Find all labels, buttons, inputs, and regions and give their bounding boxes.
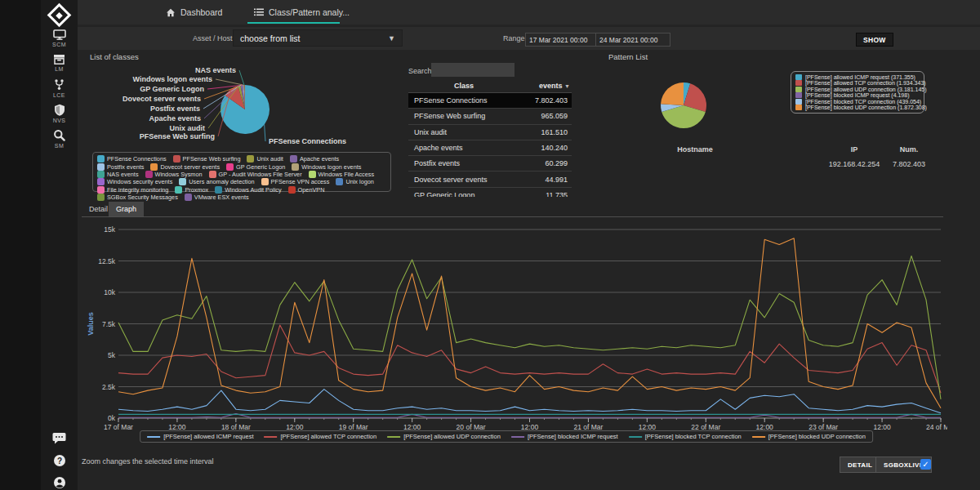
legend-swatch [336, 178, 343, 185]
table-row-unix-audit[interactable]: Unix audit161.510 [408, 125, 572, 140]
legend-item-sgbox-security-messages[interactable]: SGBox Security Messages [97, 194, 178, 201]
hostname-header: Hostname [677, 145, 713, 154]
legend-item-windows-sysmon[interactable]: Windows Sysmon [145, 171, 203, 178]
sidebar-label-nvs: NVS [41, 118, 78, 123]
legend-item-windows-file-access[interactable]: Windows File Access [309, 171, 375, 178]
table-row-gp-generic-logon[interactable]: GP Generic Logon11.735 [408, 188, 572, 197]
sort-desc-icon: ▼ [564, 83, 570, 89]
chat-button[interactable] [41, 432, 78, 448]
legend-item-users-anomaly-detection[interactable]: Users anomaly detection [179, 178, 254, 185]
legend-swatch [226, 163, 234, 171]
pie-slice-pfsense-blocked-udp-connection[interactable] [661, 82, 684, 105]
legend-item-nas-events[interactable]: NAS events [97, 171, 139, 178]
series-pfsense-allowed-icmp-request[interactable] [118, 390, 941, 413]
legend-item-vmware-esx-events[interactable]: VMware ESX events [185, 194, 249, 201]
left-strip [0, 0, 41, 490]
nav-tab-class-pattern-label: Class/Pattern analy... [269, 7, 350, 17]
search-input[interactable] [431, 63, 514, 77]
sgbox-logo-icon[interactable] [41, 3, 78, 26]
legend-item-unix-logon[interactable]: Unix logon [336, 178, 373, 185]
legend-item-openvpn[interactable]: OpenVPN [288, 186, 325, 194]
series-pfsense-blocked-udp-connection[interactable] [118, 238, 941, 408]
app-window: SCM LM LCE NVS SM ? Dashb [0, 0, 980, 490]
legend-line-swatch [752, 436, 765, 438]
legend-item-pfsense-vpn-access[interactable]: PFSense VPN access [261, 178, 330, 185]
legend-label: [PFSense] allowed UDP connection [403, 433, 501, 440]
y-tick-label: 7.5k [102, 320, 116, 328]
timeseries-legend-item-pfsense-blocked-tcp-connection[interactable]: [PFSense] blocked TCP connection [629, 433, 742, 440]
range-from-input[interactable] [525, 33, 597, 47]
legend-item-dovecot-server-events[interactable]: Dovecot server events [150, 163, 220, 170]
timeseries-legend-item-pfsense-blocked-udp-connection[interactable]: [PFSense] blocked UDP connection [752, 433, 866, 440]
column-class[interactable]: Class [408, 82, 519, 90]
legend-line-swatch [629, 436, 642, 438]
classes-table: Class events ▼ PFSense Connections7.802.… [408, 78, 572, 197]
range-to-input[interactable] [595, 33, 670, 47]
account-button[interactable] [41, 476, 78, 490]
sidebar-item-lm[interactable]: LM [41, 54, 78, 72]
pattern-legend-item-pfsense-blocked-udp-connection[interactable]: [PFSense] blocked UDP connection (1.872.… [795, 105, 920, 110]
nav-tab-class-pattern[interactable]: Class/Pattern analy... [254, 0, 350, 24]
timeseries-legend-item-pfsense-allowed-udp-connection[interactable]: [PFSense] allowed UDP connection [387, 433, 501, 440]
show-button[interactable]: SHOW [856, 33, 893, 47]
pattern-legend-item-pfsense-blocked-tcp-connection[interactable]: [PFSense] blocked TCP connection (439.05… [795, 99, 920, 105]
table-row-pfsense-connections[interactable]: PFSense Connections7.802.403 [408, 93, 572, 109]
legend-swatch [795, 99, 802, 105]
table-row-dovecot-server-events[interactable]: Dovecot server events44.991 [408, 172, 572, 187]
timeseries-chart[interactable]: 0k2.5k5k7.5k10k12.5k15kValues17 of Mar12… [82, 220, 947, 439]
pattern-legend-item-pfsense-allowed-icmp-request[interactable]: [PFSense] allowed ICMP request (371.355) [795, 74, 920, 80]
sidebar-item-lce[interactable]: LCE [41, 78, 78, 98]
legend-label: OpenVPN [298, 186, 325, 194]
help-button[interactable]: ? [41, 454, 78, 470]
legend-swatch [292, 163, 299, 171]
legend-item-apache-events[interactable]: Apache events [290, 155, 339, 163]
legend-item-gp-audit-windows-file-server[interactable]: GP - Audit Windows File Server [209, 171, 302, 178]
logo-diamond-outer [47, 2, 72, 27]
legend-label: [PFSense] blocked ICMP request (4.198) [805, 92, 910, 98]
table-row-postfix-events[interactable]: Postfix events60.299 [408, 156, 572, 172]
callout-label-gp-generic-logon: GP Generic Logon [140, 85, 204, 93]
callout-line-pfsense-connections [265, 124, 265, 141]
help-icon: ? [53, 454, 66, 467]
chat-icon [52, 432, 66, 444]
legend-item-gp-generic-logon[interactable]: GP Generic Logon [226, 163, 285, 170]
timeseries-legend-item-pfsense-blocked-icmp-request[interactable]: [PFSense] blocked ICMP request [511, 433, 618, 440]
nav-tab-dashboard-label: Dashboard [180, 7, 222, 17]
legend-line-swatch [147, 436, 160, 438]
timeseries-legend-item-pfsense-allowed-tcp-connection[interactable]: [PFSense] allowed TCP connection [264, 433, 376, 440]
chevron-down-icon: ▼ [388, 34, 395, 42]
table-row-apache-events[interactable]: Apache events140.240 [408, 140, 572, 156]
classes-legend: PFSense ConnectionsPFSense Web surfingUn… [92, 152, 391, 192]
nav-tab-dashboard[interactable]: Dashboard [166, 0, 222, 24]
legend-item-windows-security-events[interactable]: Windows security events [97, 178, 172, 185]
legend-item-pfsense-web-surfing[interactable]: PFSense Web surfing [173, 155, 241, 163]
timeseries-legend: [PFSense] allowed ICMP request[PFSense] … [140, 430, 873, 443]
legend-item-windows-logon-events[interactable]: Windows logon events [292, 163, 361, 170]
legend-item-file-integrity-monitoring[interactable]: File integrity monitoring [97, 186, 168, 194]
legend-item-unix-audit[interactable]: Unix audit [247, 155, 283, 163]
sidebar-item-sm[interactable]: SM [41, 129, 78, 149]
callout-label-pfsense-web-surfing: PFSense Web surfing [140, 132, 215, 140]
legend-item-proxmox[interactable]: Proxmox [175, 186, 208, 194]
live-checkbox[interactable]: ✓ [920, 459, 931, 470]
callout-label-unix-audit: Unix audit [169, 124, 205, 132]
column-events[interactable]: events ▼ [519, 82, 572, 90]
pattern-legend-item-pfsense-blocked-icmp-request[interactable]: [PFSense] blocked ICMP request (4.198) [795, 92, 920, 98]
sidebar-item-scm[interactable]: SCM [41, 29, 78, 47]
legend-item-postfix-events[interactable]: Postfix events [97, 163, 144, 170]
legend-swatch [97, 178, 105, 185]
detail-button[interactable]: DETAIL [840, 457, 880, 473]
pattern-legend-item-pfsense-allowed-tcp-connection[interactable]: [PFSense] allowed TCP connection (1.934.… [795, 80, 920, 86]
legend-swatch [261, 178, 269, 185]
table-row-pfsense-web-surfing[interactable]: PFSense Web surfing965.059 [408, 109, 572, 124]
asset-host-dropdown[interactable]: choose from list ▼ [233, 29, 403, 47]
sidebar-item-nvs[interactable]: NVS [41, 104, 78, 123]
tab-graph[interactable]: Graph [109, 202, 144, 216]
legend-item-windows-audit-policy[interactable]: Windows Audit Policy [215, 186, 281, 194]
pattern-legend-item-pfsense-allowed-udp-connection[interactable]: [PFSense] allowed UDP connection (3.181.… [795, 87, 920, 92]
legend-item-pfsense-connections[interactable]: PFSense Connections [97, 155, 167, 163]
legend-line-swatch [511, 436, 524, 438]
series-pfsense-allowed-tcp-connection[interactable] [118, 325, 941, 393]
top-nav: Dashboard Class/Pattern analy... [78, 0, 980, 24]
timeseries-legend-item-pfsense-allowed-icmp-request[interactable]: [PFSense] allowed ICMP request [147, 433, 253, 440]
